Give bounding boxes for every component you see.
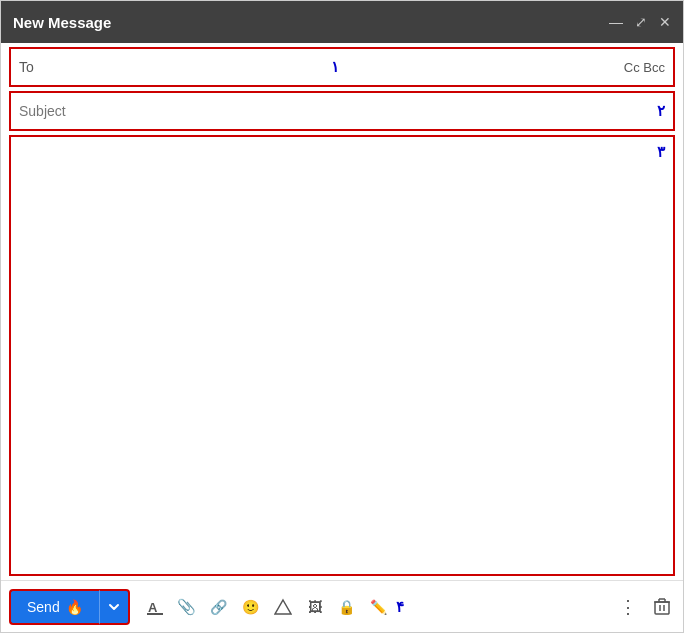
font-icon: A — [147, 599, 163, 615]
lock-icon: 🔒 — [338, 599, 355, 615]
trash-icon — [653, 598, 671, 616]
svg-marker-2 — [275, 600, 291, 614]
expand-button[interactable]: ⤢ — [635, 15, 647, 29]
more-options-button[interactable]: ⋮ — [615, 592, 641, 622]
emoji-icon: 🙂 — [242, 599, 259, 615]
to-field-wrapper: To ۱ Cc Bcc — [9, 47, 675, 87]
font-icon-button[interactable]: A — [140, 592, 170, 622]
more-icon: ⋮ — [619, 596, 637, 618]
emoji-button[interactable]: 🙂 — [236, 592, 266, 622]
delete-button[interactable] — [649, 594, 675, 620]
body-area: ۳ — [9, 135, 675, 576]
photo-button[interactable]: 🖼 — [300, 592, 330, 622]
to-input[interactable] — [40, 59, 325, 75]
drive-button[interactable] — [268, 592, 298, 622]
subject-field-wrapper: ۲ — [9, 91, 675, 131]
send-button[interactable]: Send 🔥 — [9, 589, 99, 625]
cc-bcc-button[interactable]: Cc Bcc — [624, 60, 665, 75]
attach-icon: 📎 — [177, 598, 196, 616]
send-label: Send — [27, 599, 60, 615]
pen-button[interactable]: ✏️ — [364, 592, 394, 622]
to-field-number: ۱ — [331, 58, 339, 76]
lock-button[interactable]: 🔒 — [332, 592, 362, 622]
svg-text:A: A — [148, 600, 158, 615]
send-dropdown-button[interactable] — [99, 589, 130, 625]
flame-icon: 🔥 — [66, 599, 83, 615]
photo-icon: 🖼 — [308, 599, 322, 615]
toolbar: Send 🔥 A 📎 🔗 🙂 — [1, 580, 683, 632]
subject-input[interactable] — [19, 103, 651, 119]
title-bar: New Message — ⤢ ✕ — [1, 1, 683, 43]
attach-button[interactable]: 📎 — [172, 592, 202, 622]
tool-icons: A 📎 🔗 🙂 🖼 🔒 — [140, 592, 615, 622]
body-field-number: ۳ — [657, 143, 665, 161]
link-button[interactable]: 🔗 — [204, 592, 234, 622]
compose-window: New Message — ⤢ ✕ To ۱ Cc Bcc ۲ ۳ Send — [0, 0, 684, 633]
svg-rect-3 — [655, 602, 669, 614]
window-title: New Message — [13, 14, 111, 31]
window-controls: — ⤢ ✕ — [609, 15, 671, 29]
close-button[interactable]: ✕ — [659, 15, 671, 29]
subject-field-number: ۲ — [657, 102, 665, 120]
fields-container: To ۱ Cc Bcc ۲ — [1, 43, 683, 131]
toolbar-right: ⋮ — [615, 592, 675, 622]
to-label: To — [19, 59, 34, 75]
link-icon: 🔗 — [210, 599, 227, 615]
pen-icon: ✏️ — [370, 599, 387, 615]
chevron-down-icon — [108, 601, 120, 613]
body-input[interactable] — [11, 137, 673, 574]
minimize-button[interactable]: — — [609, 15, 623, 29]
toolbar-number: ۴ — [396, 598, 404, 616]
drive-icon — [274, 598, 292, 616]
